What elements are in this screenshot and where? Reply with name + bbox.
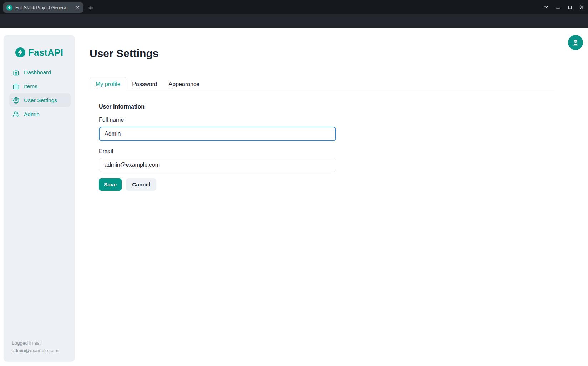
- fastapi-bolt-icon: [15, 47, 25, 57]
- browser-titlebar: Full Stack Project Genera: [0, 0, 588, 14]
- browser-tab[interactable]: Full Stack Project Genera: [3, 2, 83, 13]
- cancel-button[interactable]: Cancel: [126, 178, 156, 191]
- home-icon: [13, 69, 19, 76]
- tab-title: Full Stack Project Genera: [15, 5, 74, 11]
- tab-search-chevron-icon[interactable]: [541, 2, 552, 12]
- sidebar-item-user-settings[interactable]: User Settings: [9, 93, 71, 107]
- logged-in-info: Logged in as: admin@example.com: [12, 339, 59, 354]
- browser-navbar: localhost/settings: [0, 14, 588, 28]
- maximize-button[interactable]: [564, 2, 575, 12]
- users-icon: [13, 111, 19, 117]
- window-controls: [541, 0, 588, 14]
- sidebar-item-items[interactable]: Items: [9, 79, 71, 93]
- settings-tabs: My profile Password Appearance: [90, 77, 555, 91]
- sidebar-item-label: Dashboard: [24, 69, 51, 76]
- section-title: User Information: [99, 104, 145, 110]
- sidebar-item-label: Admin: [24, 111, 40, 117]
- gear-icon: [13, 97, 19, 104]
- sidebar-item-admin[interactable]: Admin: [9, 107, 71, 121]
- fastapi-favicon-icon: [6, 5, 12, 11]
- full-name-input[interactable]: [99, 127, 336, 141]
- sidebar-nav: Dashboard Items User Settings Admin: [4, 65, 75, 121]
- tab-appearance[interactable]: Appearance: [163, 77, 205, 91]
- brand-name: FastAPI: [28, 47, 63, 58]
- email-label: Email: [99, 148, 113, 155]
- new-tab-button[interactable]: [87, 4, 95, 12]
- form-actions: Save Cancel: [99, 178, 156, 191]
- user-menu-button[interactable]: [568, 35, 583, 50]
- tab-password[interactable]: Password: [126, 77, 163, 91]
- app-content: FastAPI Dashboard Items User Settings: [0, 28, 588, 366]
- app-sidebar: FastAPI Dashboard Items User Settings: [4, 35, 75, 362]
- sidebar-item-label: User Settings: [24, 97, 57, 104]
- email-input[interactable]: [99, 158, 336, 172]
- user-astronaut-icon: [572, 39, 579, 46]
- fastapi-logo: FastAPI: [4, 46, 75, 59]
- minimize-button[interactable]: [553, 2, 563, 12]
- sidebar-item-label: Items: [24, 83, 37, 90]
- close-window-button[interactable]: [576, 2, 587, 12]
- tab-close-icon[interactable]: [74, 5, 81, 11]
- browser-window: Full Stack Project Genera: [0, 0, 588, 366]
- sidebar-item-dashboard[interactable]: Dashboard: [9, 65, 71, 79]
- save-button[interactable]: Save: [99, 178, 122, 191]
- logged-in-label: Logged in as:: [12, 339, 59, 347]
- logged-in-email: admin@example.com: [12, 347, 59, 354]
- briefcase-icon: [13, 83, 19, 90]
- page-title: User Settings: [90, 47, 158, 60]
- tab-my-profile[interactable]: My profile: [90, 77, 126, 91]
- full-name-label: Full name: [99, 117, 124, 123]
